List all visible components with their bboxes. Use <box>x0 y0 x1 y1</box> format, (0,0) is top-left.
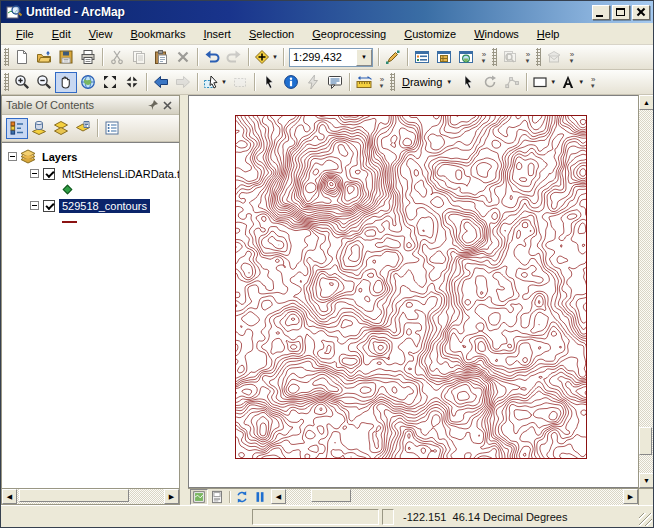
combo-dropdown-button[interactable]: ▼ <box>356 49 372 66</box>
cut-button[interactable] <box>106 47 128 68</box>
toolbar-overflow-button[interactable]: »▼ <box>565 47 578 68</box>
scrollbar-thumb[interactable] <box>19 489 129 502</box>
resize-grip[interactable] <box>639 513 652 526</box>
minimize-button[interactable] <box>592 5 610 20</box>
toolbar-grip[interactable] <box>4 73 9 91</box>
paste-button[interactable] <box>150 47 172 68</box>
map-horizontal-scrollbar[interactable]: ◀ ▶ <box>271 489 638 505</box>
hyperlink-button[interactable] <box>302 72 324 93</box>
menu-bookmarks[interactable]: Bookmarks <box>121 25 194 43</box>
save-button[interactable] <box>55 47 77 68</box>
html-popup-button[interactable] <box>324 72 346 93</box>
open-button[interactable] <box>33 47 55 68</box>
clear-selection-button[interactable] <box>229 72 251 93</box>
scrollbar-thumb[interactable] <box>639 427 652 455</box>
menu-geoprocessing[interactable]: Geoprocessing <box>303 25 395 43</box>
redo-button[interactable] <box>223 47 245 68</box>
toolbar-overflow-button[interactable]: »▼ <box>521 47 534 68</box>
table-of-contents-window-button[interactable] <box>411 47 433 68</box>
fixed-zoom-in-button[interactable] <box>99 72 121 93</box>
map-scale-value[interactable]: 1:299,432 <box>290 51 356 63</box>
tree-label[interactable]: 529518_contours <box>59 199 150 213</box>
collapse-toggle[interactable] <box>30 201 39 210</box>
scroll-down-button[interactable]: ▼ <box>639 473 654 488</box>
fixed-zoom-out-button[interactable] <box>121 72 143 93</box>
map-canvas[interactable] <box>235 115 587 459</box>
identify-button[interactable] <box>280 72 302 93</box>
list-by-visibility-button[interactable] <box>50 118 72 139</box>
refresh-view-button[interactable] <box>233 489 251 505</box>
zoom-in-button[interactable] <box>11 72 33 93</box>
menu-view[interactable]: View <box>80 25 122 43</box>
toc-close-button[interactable] <box>160 98 175 112</box>
toolbar-overflow-button[interactable]: »▼ <box>477 47 490 68</box>
collapse-toggle[interactable] <box>30 169 39 178</box>
full-extent-button[interactable] <box>77 72 99 93</box>
tree-node-layers[interactable]: Layers <box>2 148 179 165</box>
menu-edit[interactable]: Edit <box>43 25 80 43</box>
data-frame-tools-button[interactable] <box>499 47 521 68</box>
new-text-button[interactable]: ▼ <box>558 72 586 93</box>
maximize-button[interactable] <box>612 5 630 20</box>
undo-button[interactable] <box>201 47 223 68</box>
measure-button[interactable] <box>353 72 375 93</box>
delete-button[interactable] <box>172 47 194 68</box>
scrollbar-track[interactable] <box>639 110 653 473</box>
toolbar-overflow-button[interactable]: »▼ <box>586 72 599 93</box>
list-by-drawing-order-button[interactable] <box>6 118 28 139</box>
print-button[interactable] <box>77 47 99 68</box>
drawing-menu-button[interactable]: Drawing▼ <box>397 72 457 93</box>
copy-button[interactable] <box>128 47 150 68</box>
close-button[interactable] <box>632 5 650 20</box>
collapse-toggle[interactable] <box>8 152 17 161</box>
list-by-selection-button[interactable] <box>72 118 94 139</box>
tree-node-layer[interactable]: MtStHelensLiDARData.t <box>2 165 179 182</box>
toolbar-overflow-button[interactable]: »▼ <box>375 72 388 93</box>
tree-label[interactable]: MtStHelensLiDARData.t <box>59 167 179 181</box>
toolbar-grip[interactable] <box>492 48 497 66</box>
menu-file[interactable]: File <box>7 25 43 43</box>
zoom-out-button[interactable] <box>33 72 55 93</box>
tree-node-layer[interactable]: 529518_contours <box>2 197 179 214</box>
pause-drawing-button[interactable] <box>251 489 269 505</box>
scroll-left-button[interactable]: ◀ <box>271 489 286 504</box>
select-elements-button[interactable] <box>258 72 280 93</box>
map-vertical-scrollbar[interactable]: ▲ ▼ <box>638 95 653 488</box>
layer-visibility-checkbox[interactable] <box>43 200 55 212</box>
scrollbar-thumb[interactable] <box>311 489 351 502</box>
rotate-element-button[interactable] <box>479 72 501 93</box>
scroll-right-button[interactable]: ▶ <box>623 489 638 504</box>
drawing-select-button[interactable] <box>457 72 479 93</box>
scrollbar-track[interactable] <box>286 489 623 505</box>
new-rectangle-button[interactable]: ▼ <box>530 72 558 93</box>
pan-button[interactable] <box>55 72 77 93</box>
toolbar-grip[interactable] <box>536 48 541 66</box>
toc-options-button[interactable] <box>101 118 123 139</box>
point-symbol[interactable] <box>63 185 73 195</box>
scrollbar-track[interactable] <box>17 489 164 504</box>
publish-button[interactable] <box>543 47 565 68</box>
line-symbol[interactable] <box>62 221 77 223</box>
menu-insert[interactable]: Insert <box>194 25 240 43</box>
add-data-button[interactable]: ▼ <box>252 47 280 68</box>
edit-vertices-button[interactable] <box>501 72 523 93</box>
go-forward-extent-button[interactable] <box>172 72 194 93</box>
toolbar-grip[interactable] <box>390 73 395 91</box>
menu-help[interactable]: Help <box>528 25 569 43</box>
map-scale-combo[interactable]: 1:299,432▼ <box>289 48 373 67</box>
title-bar[interactable]: Untitled - ArcMap <box>1 1 653 23</box>
tree-label[interactable]: Layers <box>39 150 80 164</box>
scroll-up-button[interactable]: ▲ <box>639 95 654 110</box>
scroll-right-button[interactable]: ▶ <box>164 489 179 504</box>
select-features-button[interactable]: ▼ <box>201 72 229 93</box>
toc-pin-button[interactable] <box>145 98 160 112</box>
new-document-button[interactable] <box>11 47 33 68</box>
toc-horizontal-scrollbar[interactable]: ◀ ▶ <box>2 488 179 504</box>
scroll-left-button[interactable]: ◀ <box>2 489 17 504</box>
toolbar-grip[interactable] <box>4 48 9 66</box>
map-viewport[interactable] <box>188 95 638 488</box>
editor-toolbar-button[interactable] <box>382 47 404 68</box>
panel-splitter[interactable] <box>180 95 188 505</box>
menu-windows[interactable]: Windows <box>465 25 528 43</box>
data-view-button[interactable] <box>190 489 208 505</box>
